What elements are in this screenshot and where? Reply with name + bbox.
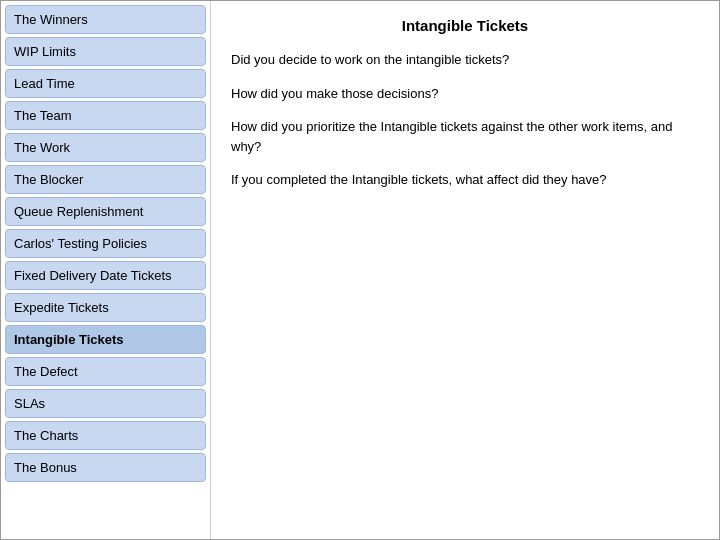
sidebar-item-11[interactable]: The Defect bbox=[5, 357, 206, 386]
main-paragraph-2: How did you prioritize the Intangible ti… bbox=[231, 117, 699, 156]
sidebar-item-12[interactable]: SLAs bbox=[5, 389, 206, 418]
sidebar-item-1[interactable]: WIP Limits bbox=[5, 37, 206, 66]
sidebar-item-9[interactable]: Expedite Tickets bbox=[5, 293, 206, 322]
sidebar-item-10[interactable]: Intangible Tickets bbox=[5, 325, 206, 354]
sidebar-item-13[interactable]: The Charts bbox=[5, 421, 206, 450]
sidebar-item-4[interactable]: The Work bbox=[5, 133, 206, 162]
sidebar-item-2[interactable]: Lead Time bbox=[5, 69, 206, 98]
main-paragraph-3: If you completed the Intangible tickets,… bbox=[231, 170, 699, 190]
main-body: Did you decide to work on the intangible… bbox=[231, 50, 699, 190]
sidebar-item-14[interactable]: The Bonus bbox=[5, 453, 206, 482]
sidebar: The WinnersWIP LimitsLead TimeThe TeamTh… bbox=[1, 1, 211, 539]
sidebar-item-5[interactable]: The Blocker bbox=[5, 165, 206, 194]
main-title: Intangible Tickets bbox=[231, 17, 699, 34]
sidebar-item-8[interactable]: Fixed Delivery Date Tickets bbox=[5, 261, 206, 290]
main-paragraph-1: How did you make those decisions? bbox=[231, 84, 699, 104]
app-container: The WinnersWIP LimitsLead TimeThe TeamTh… bbox=[0, 0, 720, 540]
sidebar-item-3[interactable]: The Team bbox=[5, 101, 206, 130]
main-paragraph-0: Did you decide to work on the intangible… bbox=[231, 50, 699, 70]
sidebar-item-0[interactable]: The Winners bbox=[5, 5, 206, 34]
main-content: Intangible Tickets Did you decide to wor… bbox=[211, 1, 719, 539]
sidebar-item-6[interactable]: Queue Replenishment bbox=[5, 197, 206, 226]
sidebar-item-7[interactable]: Carlos' Testing Policies bbox=[5, 229, 206, 258]
